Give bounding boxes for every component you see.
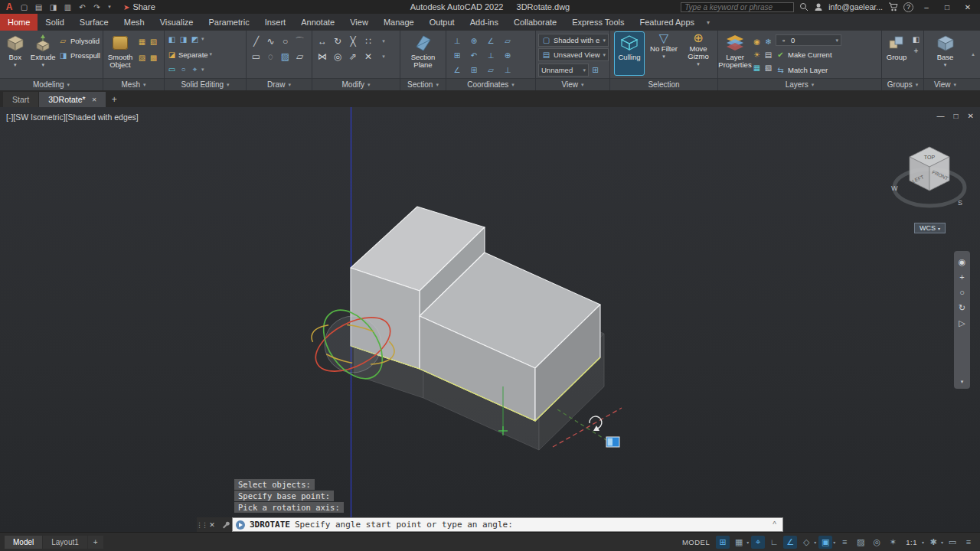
ucs-object-icon[interactable]: ∠ <box>452 65 462 75</box>
mirror-icon[interactable]: ⋈ <box>317 51 328 63</box>
redo-icon[interactable]: ↷ <box>92 3 102 11</box>
arc-icon[interactable]: ⌒ <box>294 36 305 47</box>
box-button[interactable]: Box ▾ <box>2 32 28 75</box>
close-button[interactable]: ✕ <box>960 3 975 11</box>
mesh-smooth-more-icon[interactable]: ▨ <box>137 53 147 63</box>
solid-edit-caret[interactable]: ▾ <box>201 36 204 42</box>
panel-label-modify[interactable]: Modify▾ <box>312 78 400 90</box>
layer-lock-icon[interactable]: ▤ <box>763 50 773 60</box>
user-icon[interactable] <box>814 2 823 11</box>
named-view-dropdown[interactable]: ▤ Unsaved View ▾ <box>538 48 609 61</box>
ribbon-tab-collaborate[interactable]: Collaborate <box>506 14 564 31</box>
circle-icon[interactable]: ○ <box>279 36 291 47</box>
base-button[interactable]: Base ▾ <box>931 32 960 75</box>
drawing-viewport[interactable]: [-] [SW Isometric] [Shaded with edges] —… <box>0 107 980 532</box>
isodraft-icon[interactable]: ◇ <box>799 536 813 549</box>
ucs-world-icon[interactable]: ⊕ <box>469 36 479 46</box>
panel-label-solid-editing[interactable]: Solid Editing▾ <box>165 78 246 90</box>
tab-3drotate[interactable]: 3DRotate* ✕ <box>39 92 106 107</box>
ribbon-tab-annotate[interactable]: Annotate <box>293 14 342 31</box>
shell-caret[interactable]: ▾ <box>201 67 204 73</box>
fillet-edge-icon[interactable]: ○ <box>178 64 188 74</box>
qat-customize-caret[interactable]: ▾ <box>106 4 113 10</box>
panel-label-view-controls[interactable]: View▾ <box>536 78 609 90</box>
ribbon-tab-visualize[interactable]: Visualize <box>152 14 201 31</box>
share-button[interactable]: ➤ Share <box>123 2 155 11</box>
panel-label-section[interactable]: Section▾ <box>400 78 446 90</box>
shell-icon[interactable]: ▭ <box>167 64 177 74</box>
ribbon-tab-solid[interactable]: Solid <box>38 14 71 31</box>
account-label[interactable]: info@gaelear... <box>828 2 883 11</box>
panel-label-modeling[interactable]: Modeling▾ <box>0 78 103 90</box>
ucs-face-icon[interactable]: ⊥ <box>486 51 496 60</box>
ribbon-tab-manage[interactable]: Manage <box>376 14 422 31</box>
ribbon-tab-addins[interactable]: Add-ins <box>462 14 506 31</box>
ungroup-icon[interactable]: ◧ <box>911 34 921 44</box>
ucs-view-icon[interactable]: ▱ <box>503 36 513 46</box>
navbar-caret[interactable]: ▾ <box>961 379 964 385</box>
zoom-icon[interactable]: ○ <box>959 289 965 297</box>
ribbon-tab-featured-apps[interactable]: Featured Apps <box>632 14 703 31</box>
trim-icon[interactable]: ╳ <box>348 36 359 47</box>
taper-face-icon[interactable]: ⌖ <box>190 64 200 74</box>
ucs-named-icon[interactable]: ⊕ <box>503 51 513 60</box>
rectangle-icon[interactable]: ▭ <box>250 51 262 63</box>
new-layout-button[interactable]: + <box>88 536 103 549</box>
ribbon-tab-parametric[interactable]: Parametric <box>201 14 256 31</box>
ucs-3point-icon[interactable]: ⊥ <box>503 65 513 75</box>
navigation-bar[interactable]: ◉ + ○ ↻ ▷ ▾ <box>954 251 970 389</box>
hatch-icon[interactable]: ▨ <box>279 51 291 63</box>
tab-close-icon[interactable]: ✕ <box>92 96 97 103</box>
layer-dropdown[interactable]: ▫ 0 ▾ <box>776 34 841 46</box>
viewcube[interactable]: W S TOP LEFT FRONT <box>887 142 972 218</box>
l-shaped-solid[interactable] <box>351 207 600 421</box>
modify-more-caret[interactable]: ▾ <box>382 54 385 60</box>
grid-icon[interactable]: ⊞ <box>716 536 730 549</box>
subtract-icon[interactable]: ◨ <box>178 34 188 44</box>
save-icon[interactable]: ◨ <box>48 3 58 11</box>
layer-isolate-icon[interactable]: ☀ <box>752 50 762 60</box>
annotation-scale-button[interactable]: 1:1 <box>902 538 921 546</box>
osnap-caret[interactable]: ▾ <box>833 540 835 545</box>
model-tab[interactable]: Model <box>5 536 42 549</box>
polar-tracking-icon[interactable]: ∠ <box>783 536 797 549</box>
match-layer-button[interactable]: ⇆ Match Layer <box>776 64 841 77</box>
separate-button[interactable]: ◪ Separate ▾ <box>167 47 212 62</box>
plot-icon[interactable]: ▥ <box>63 3 73 11</box>
presspull-button[interactable]: ◨ Presspull <box>58 49 100 62</box>
erase-icon[interactable]: ✕ <box>363 51 374 63</box>
tab-start[interactable]: Start <box>3 92 38 107</box>
move-icon[interactable]: ↔ <box>317 36 328 47</box>
offset-icon[interactable]: ◎ <box>332 51 344 63</box>
compass-west-label[interactable]: W <box>891 184 898 192</box>
cart-icon[interactable] <box>888 2 898 11</box>
viewcube-top-face[interactable]: TOP <box>924 155 936 160</box>
pan-icon[interactable]: + <box>959 273 964 282</box>
dynamic-input-icon[interactable]: ⌖ <box>751 536 765 549</box>
customize-menu-icon[interactable]: ≡ <box>962 536 975 549</box>
ribbon-tab-express-tools[interactable]: Express Tools <box>564 14 632 31</box>
layout1-tab[interactable]: Layout1 <box>43 536 87 549</box>
snap-icon[interactable]: ▦ <box>732 536 746 549</box>
ribbon-tab-view[interactable]: View <box>342 14 376 31</box>
panel-label-view-base[interactable]: View▾ <box>924 78 966 90</box>
polyline-icon[interactable]: ∿ <box>265 36 276 47</box>
search-icon[interactable] <box>799 2 808 11</box>
line-icon[interactable]: ╱ <box>250 36 262 47</box>
clean-screen-icon[interactable]: ▭ <box>946 536 959 549</box>
polysolid-button[interactable]: ▱ Polysolid <box>58 34 100 47</box>
ucs-z-axis-icon[interactable]: ∠ <box>486 36 496 46</box>
ribbon-tab-output[interactable]: Output <box>422 14 462 31</box>
smooth-object-button[interactable]: Smooth Object <box>106 32 135 75</box>
rotate-icon[interactable]: ↻ <box>332 36 344 47</box>
scale-caret[interactable]: ▾ <box>922 540 924 545</box>
command-line[interactable]: ⋮⋮ ✕ 3DROTATE Specify angle start point … <box>197 517 783 532</box>
make-current-button[interactable]: ✔ Make Current <box>776 48 841 61</box>
showmotion-icon[interactable]: ▷ <box>959 319 965 328</box>
ucs-previous-icon[interactable]: ↶ <box>469 51 479 60</box>
isodraft-caret[interactable]: ▾ <box>814 540 816 545</box>
model-space-button[interactable]: MODEL <box>678 538 714 546</box>
open-file-icon[interactable]: ▤ <box>34 3 44 11</box>
viewport-grid-icon[interactable]: ⊞ <box>590 65 600 75</box>
ucs-icon[interactable]: ⊥ <box>452 36 462 46</box>
